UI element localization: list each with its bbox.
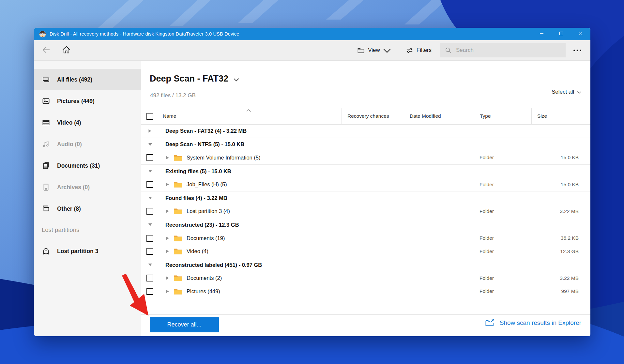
type-cell: Folder — [474, 235, 531, 241]
header-checkbox-cell — [141, 108, 159, 124]
group-row[interactable]: Reconstructed labeled (451) - 0.97 GB — [141, 258, 590, 272]
search-icon — [445, 47, 452, 54]
group-row[interactable]: Reconstructed (23) - 12.3 GB — [141, 218, 590, 232]
select-all-checkbox[interactable] — [146, 113, 153, 120]
folder-row[interactable]: Documents (2)Folder3.22 MB — [141, 272, 590, 285]
more-dots-icon — [573, 49, 582, 52]
collapse-icon[interactable] — [148, 263, 152, 266]
group-label: Reconstructed (23) - 12.3 GB — [159, 222, 239, 228]
type-cell: Folder — [474, 182, 531, 188]
folder-row[interactable]: Video (4)Folder12.3 GB — [141, 245, 590, 258]
sidebar-item[interactable]: Video (4) — [34, 112, 141, 133]
filters-button[interactable]: Filters — [406, 47, 432, 54]
select-all-button[interactable]: Select all — [552, 89, 581, 95]
close-icon — [579, 31, 583, 37]
collapse-icon[interactable] — [148, 196, 152, 200]
home-button[interactable] — [61, 45, 71, 55]
sidebar-item[interactable]: Pictures (449) — [34, 90, 141, 112]
search-box[interactable] — [440, 43, 566, 57]
row-checkbox[interactable] — [146, 208, 153, 215]
ghost-icon — [42, 247, 50, 255]
main-content: Deep Scan - FAT32 492 files / 13.2 GB Se… — [141, 61, 590, 336]
expand-icon[interactable] — [166, 276, 169, 280]
recover-all-button[interactable]: Recover all... — [150, 317, 219, 332]
type-cell: Folder — [474, 208, 531, 214]
file-name: Video (4) — [187, 248, 208, 254]
sidebar-item[interactable]: Archives (0) — [34, 176, 141, 198]
size-cell: 15.0 KB — [531, 155, 590, 160]
back-button[interactable] — [41, 45, 51, 55]
close-button[interactable] — [571, 28, 590, 40]
folder-row[interactable]: Lost partition 3 (4)Folder3.22 MB — [141, 205, 590, 218]
file-list: Deep Scan - FAT32 (4) - 3.22 MBDeep Scan… — [141, 124, 590, 298]
folder-row[interactable]: Documents (19)Folder36.2 KB — [141, 232, 590, 245]
sidebar-item[interactable]: All files (492) — [34, 69, 141, 90]
collapse-icon[interactable] — [148, 223, 152, 226]
row-checkbox[interactable] — [146, 154, 153, 161]
window-title: Disk Drill - All recovery methods - Hard… — [50, 31, 239, 37]
sidebar-item[interactable]: Documents (31) — [34, 155, 141, 176]
expand-icon[interactable] — [166, 249, 169, 253]
folder-row[interactable]: Pictures (449)Folder997 MB — [141, 285, 590, 298]
expand-icon[interactable] — [166, 182, 169, 187]
row-checkbox[interactable] — [146, 248, 153, 255]
maximize-button[interactable] — [551, 28, 571, 40]
title-chevron-down-icon[interactable] — [234, 76, 239, 82]
lost-partitions-section-label: Lost partitions — [34, 220, 141, 240]
sidebar-item-label: Documents (31) — [57, 162, 100, 169]
column-header-size[interactable]: Size — [531, 108, 590, 124]
view-menu-button[interactable]: View — [357, 46, 391, 54]
size-cell: 3.22 MB — [531, 208, 590, 214]
sidebar-item-lost-partition-3[interactable]: Lost partition 3 — [34, 240, 141, 262]
filters-label: Filters — [417, 47, 432, 53]
minimize-icon — [540, 31, 544, 37]
explorer-link-label: Show scan results in Explorer — [500, 319, 581, 326]
expand-icon[interactable] — [166, 209, 169, 213]
group-label: Found files (4) - 3.22 MB — [159, 195, 227, 201]
column-header-type[interactable]: Type — [474, 108, 531, 124]
row-checkbox[interactable] — [146, 181, 153, 188]
folder-row[interactable]: System Volume Information (5)Folder15.0 … — [141, 151, 590, 164]
minimize-button[interactable] — [532, 28, 551, 40]
collapse-icon[interactable] — [148, 170, 152, 173]
collapse-icon[interactable] — [148, 143, 152, 146]
open-folder-external-icon — [485, 318, 495, 327]
more-options-button[interactable] — [573, 49, 582, 52]
show-in-explorer-link[interactable]: Show scan results in Explorer — [485, 318, 581, 327]
page-title: Deep Scan - FAT32 — [150, 74, 228, 84]
folder-row[interactable]: Job_FIles (H) (5)Folder15.0 KB — [141, 178, 590, 191]
sidebar-items: All files (492)Pictures (449)Video (4)Au… — [34, 69, 141, 220]
sort-caret-icon — [246, 109, 251, 112]
type-cell: Folder — [474, 288, 531, 294]
file-name: Pictures (449) — [187, 288, 220, 295]
row-checkbox[interactable] — [146, 235, 153, 242]
annotation-arrow — [117, 272, 151, 317]
sidebar-item-label: All files (492) — [57, 76, 92, 83]
folder-outline-icon — [357, 47, 365, 54]
column-header-recovery-chances[interactable]: Recovery chances — [342, 108, 404, 124]
expand-icon[interactable] — [166, 156, 169, 160]
group-row[interactable]: Existing files (5) - 15.0 KB — [141, 164, 590, 178]
folder-icon — [174, 274, 182, 282]
expand-icon[interactable] — [148, 129, 152, 133]
group-row[interactable]: Deep Scan - FAT32 (4) - 3.22 MB — [141, 124, 590, 138]
sidebar-item-label: Other (8) — [57, 205, 81, 212]
folder-icon — [174, 235, 182, 242]
sidebar-item[interactable]: Audio (0) — [34, 133, 141, 155]
sidebar-item-label: Audio (0) — [57, 141, 82, 148]
titlebar: Disk Drill - All recovery methods - Hard… — [34, 28, 590, 40]
type-cell: Folder — [474, 275, 531, 281]
group-row[interactable]: Deep Scan - NTFS (5) - 15.0 KB — [141, 138, 590, 151]
search-input[interactable] — [455, 47, 555, 54]
column-header-date-modified[interactable]: Date Modified — [404, 108, 474, 124]
expand-icon[interactable] — [166, 289, 169, 294]
sidebar-item[interactable]: Other (8) — [34, 198, 141, 220]
group-row[interactable]: Found files (4) - 3.22 MB — [141, 191, 590, 205]
file-name: Lost partition 3 (4) — [187, 208, 230, 214]
documents-icon — [42, 161, 50, 170]
expand-icon[interactable] — [166, 236, 169, 240]
file-name: Documents (2) — [187, 275, 222, 281]
sidebar-item-label: Pictures (449) — [57, 98, 95, 105]
file-name: System Volume Information (5) — [187, 155, 261, 161]
toolbar: View Filters — [34, 40, 590, 61]
